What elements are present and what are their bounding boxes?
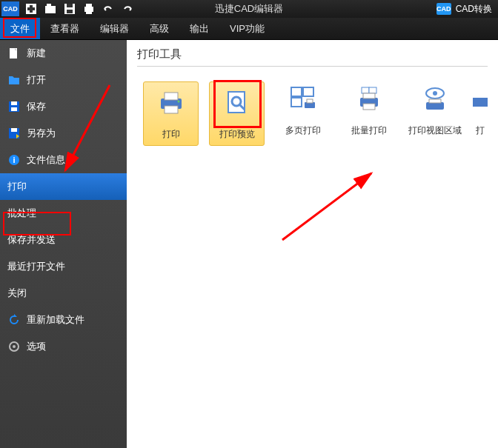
app-icon: CAD	[1, 1, 19, 16]
titlebar: CAD 迅捷CAD编辑器 CAD CAD转换	[0, 0, 498, 18]
reload-icon	[7, 313, 21, 327]
partial-icon	[473, 81, 488, 117]
sidebar-item-label: 保存并发送	[7, 233, 56, 247]
tool-label: 批量打印	[351, 124, 387, 137]
sidebar-item-save[interactable]: 保存	[0, 93, 127, 120]
tool-label: 打印	[162, 128, 180, 141]
sidebar-item-label: 批处理	[7, 207, 36, 220]
menu-output[interactable]: 输出	[179, 18, 219, 39]
svg-rect-28	[228, 92, 245, 113]
app-title: 迅捷CAD编辑器	[215, 2, 283, 16]
printer-icon	[150, 85, 192, 121]
save-icon	[7, 100, 21, 113]
viewport-print-icon	[414, 81, 456, 117]
convert-icon[interactable]: CAD	[436, 3, 451, 15]
svg-rect-26	[165, 106, 178, 113]
svg-rect-3	[45, 6, 56, 13]
svg-rect-25	[165, 93, 178, 100]
saveas-icon	[7, 127, 21, 140]
batch-print-icon	[348, 81, 390, 117]
sidebar-item-options[interactable]: 选项	[0, 333, 127, 360]
tool-print[interactable]: 打印	[143, 81, 199, 146]
svg-rect-15	[11, 107, 17, 111]
svg-rect-44	[429, 99, 441, 103]
tool-multipage-print[interactable]: 多页打印	[275, 81, 331, 146]
svg-text:i: i	[13, 156, 15, 164]
svg-rect-45	[473, 98, 488, 107]
content-panel: 打印工具 打印 打印预览 多页打印 批量打印	[127, 40, 498, 448]
svg-rect-35	[307, 99, 313, 103]
svg-rect-6	[67, 4, 73, 7]
open-button[interactable]	[42, 1, 59, 16]
tool-label: 打	[476, 124, 485, 137]
sidebar-item-savesend[interactable]: 保存并发送	[0, 227, 127, 253]
menu-editor[interactable]: 编辑器	[90, 18, 139, 39]
menubar: 文件 查看器 编辑器 高级 输出 VIP功能	[0, 18, 498, 40]
multipage-icon	[282, 81, 324, 117]
svg-rect-9	[86, 4, 92, 7]
sidebar-item-new[interactable]: 新建	[0, 40, 127, 67]
sidebar-item-fileinfo[interactable]: i 文件信息	[0, 147, 127, 173]
sidebar-item-label: 打印	[7, 180, 27, 193]
sidebar-item-label: 文件信息	[27, 153, 65, 167]
svg-rect-32	[303, 87, 313, 96]
sidebar-item-label: 重新加载文件	[27, 313, 84, 327]
sidebar: 新建 打开 保存 另存为 i 文件信息 打印 批处理	[0, 40, 127, 448]
svg-rect-31	[291, 87, 302, 96]
content-title: 打印工具	[137, 47, 488, 61]
svg-rect-40	[363, 104, 375, 110]
svg-rect-39	[363, 93, 375, 98]
tool-print-preview[interactable]: 打印预览	[209, 81, 265, 146]
sidebar-item-open[interactable]: 打开	[0, 67, 127, 93]
svg-point-23	[13, 345, 16, 348]
menu-file[interactable]: 文件	[0, 18, 40, 39]
svg-rect-7	[67, 10, 73, 13]
sidebar-item-batch[interactable]: 批处理	[0, 200, 127, 227]
svg-rect-14	[11, 101, 17, 105]
tool-partial[interactable]: 打	[473, 81, 488, 146]
svg-line-47	[282, 173, 371, 240]
menu-viewer[interactable]: 查看器	[40, 18, 90, 39]
sidebar-item-reload[interactable]: 重新加载文件	[0, 307, 127, 333]
annotation-arrow	[275, 166, 394, 247]
svg-rect-33	[291, 98, 302, 107]
svg-rect-36	[362, 87, 369, 93]
sidebar-item-print[interactable]: 打印	[0, 173, 127, 200]
svg-rect-37	[369, 87, 376, 93]
svg-rect-2	[27, 7, 35, 10]
sidebar-item-label: 打开	[27, 73, 46, 87]
sidebar-item-label: 关闭	[7, 287, 27, 300]
info-icon: i	[7, 153, 21, 167]
svg-rect-17	[11, 128, 17, 132]
sidebar-item-label: 新建	[27, 47, 46, 60]
sidebar-item-saveas[interactable]: 另存为	[0, 120, 127, 147]
tool-batch-print[interactable]: 批量打印	[341, 81, 396, 146]
open-icon	[7, 73, 21, 87]
print-button[interactable]	[80, 1, 98, 16]
tool-print-viewport[interactable]: 打印视图区域	[407, 81, 462, 146]
menu-advanced[interactable]: 高级	[139, 18, 179, 39]
tool-label: 打印预览	[219, 128, 255, 141]
svg-marker-21	[14, 314, 17, 317]
sidebar-item-label: 另存为	[27, 127, 56, 140]
svg-point-42	[433, 91, 437, 96]
svg-point-27	[177, 101, 179, 103]
convert-label[interactable]: CAD转换	[456, 3, 492, 16]
sidebar-item-recent[interactable]: 最近打开文件	[0, 253, 127, 280]
svg-rect-4	[47, 4, 51, 7]
svg-rect-10	[86, 10, 92, 14]
menu-vip[interactable]: VIP功能	[219, 18, 275, 39]
gear-icon	[7, 340, 21, 353]
new-icon	[7, 47, 21, 60]
new-button[interactable]	[22, 1, 40, 16]
sidebar-item-close[interactable]: 关闭	[0, 280, 127, 307]
undo-button[interactable]	[99, 1, 117, 16]
tool-label: 打印视图区域	[408, 124, 462, 137]
sidebar-item-label: 最近打开文件	[7, 260, 65, 273]
divider	[137, 66, 488, 67]
preview-icon	[216, 85, 258, 121]
tool-label: 多页打印	[285, 124, 321, 137]
save-button[interactable]	[61, 1, 79, 16]
quick-access-toolbar	[22, 1, 136, 16]
redo-button[interactable]	[119, 1, 136, 16]
